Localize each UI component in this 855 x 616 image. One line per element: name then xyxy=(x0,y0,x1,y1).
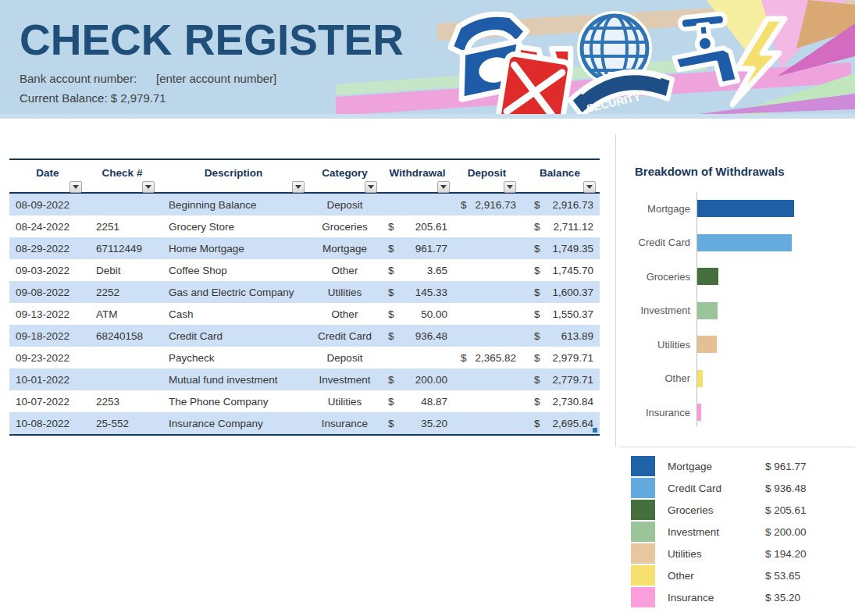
chart-bar-row: Other xyxy=(621,370,855,387)
cell-check[interactable]: ATM xyxy=(86,308,159,320)
cell-balance[interactable]: $ 2,916.73 xyxy=(520,199,600,211)
table-row: 09-08-2022 2252 Gas and Electric Company… xyxy=(9,281,600,303)
cell-date[interactable]: 09-03-2022 xyxy=(9,265,86,276)
cell-balance[interactable]: $ 2,979.71 xyxy=(520,352,600,364)
chart-bar-row: Mortgage xyxy=(621,200,855,217)
cell-withdrawal[interactable]: $ 205.61 xyxy=(381,221,454,233)
chart-category-label: Investment xyxy=(621,304,690,316)
cell-withdrawal[interactable]: $ 961.77 xyxy=(381,243,454,255)
cell-category[interactable]: Utilities xyxy=(308,396,381,408)
cell-category[interactable]: Mortgage xyxy=(308,243,381,255)
cell-balance[interactable]: $ 1,745.70 xyxy=(520,265,600,276)
chart-bar xyxy=(697,404,701,421)
cell-deposit[interactable]: $ 2,365.82 xyxy=(454,352,520,364)
filter-button-balance[interactable] xyxy=(583,181,596,193)
currency-sign: $ xyxy=(534,265,540,276)
filter-button-deposit[interactable] xyxy=(504,181,516,193)
legend-label: Mortgage xyxy=(668,461,765,472)
currency-sign: $ xyxy=(534,308,540,320)
currency-sign: $ xyxy=(534,418,540,429)
cell-description[interactable]: Paycheck xyxy=(159,352,308,364)
cell-category[interactable]: Other xyxy=(308,308,381,320)
check-register-table: Date Check # Description Category Withdr… xyxy=(9,158,600,436)
cell-deposit[interactable]: $ 2,916.73 xyxy=(454,199,520,211)
cell-date[interactable]: 08-09-2022 xyxy=(9,199,86,211)
cell-withdrawal[interactable]: $ 936.48 xyxy=(381,330,454,342)
cell-balance[interactable]: $ 2,779.71 xyxy=(520,374,600,386)
currency-sign: $ xyxy=(388,221,394,233)
column-header-deposit: Deposit xyxy=(454,160,520,192)
cell-description[interactable]: Beginning Balance xyxy=(159,199,308,211)
currency-sign: $ xyxy=(534,330,540,342)
table-resize-handle[interactable] xyxy=(593,428,597,433)
cell-date[interactable]: 10-07-2022 xyxy=(9,396,86,408)
withdrawal-amount: 200.00 xyxy=(415,374,447,386)
withdrawal-amount: 50.00 xyxy=(421,308,447,320)
cell-description[interactable]: Coffee Shop xyxy=(159,265,308,276)
cell-category[interactable]: Deposit xyxy=(308,199,381,211)
chart-bar xyxy=(697,370,703,387)
cell-withdrawal[interactable]: $ 35.20 xyxy=(381,418,454,429)
cell-check[interactable]: 2251 xyxy=(86,221,159,233)
cell-check[interactable]: Debit xyxy=(86,265,159,276)
cell-category[interactable]: Deposit xyxy=(308,352,381,364)
cell-description[interactable]: Home Mortgage xyxy=(159,243,308,255)
cell-balance[interactable]: $ 1,749.35 xyxy=(520,243,600,255)
cell-category[interactable]: Insurance xyxy=(308,418,381,429)
legend-item: Investment $ 200.00 xyxy=(631,521,855,543)
table-row: 08-29-2022 67112449 Home Mortgage Mortga… xyxy=(9,237,600,259)
cell-withdrawal[interactable]: $ 3.65 xyxy=(381,265,454,276)
cell-balance[interactable]: $ 2,695.64 xyxy=(520,418,600,429)
balance-amount: 2,779.71 xyxy=(552,374,593,386)
cell-category[interactable]: Utilities xyxy=(308,287,381,298)
cell-description[interactable]: Grocery Store xyxy=(159,221,308,233)
cell-description[interactable]: Gas and Electric Company xyxy=(159,287,308,298)
cell-check[interactable]: 2252 xyxy=(86,287,159,298)
cell-description[interactable]: Mutual fund investment xyxy=(159,374,308,386)
cell-date[interactable]: 09-23-2022 xyxy=(9,352,86,364)
cell-date[interactable]: 08-24-2022 xyxy=(9,221,86,233)
cell-withdrawal[interactable]: $ 200.00 xyxy=(381,374,454,386)
cell-withdrawal[interactable]: $ 50.00 xyxy=(381,308,454,320)
cell-check[interactable]: 67112449 xyxy=(86,243,159,255)
filter-dropdown-icon xyxy=(440,185,447,189)
filter-button-description[interactable] xyxy=(292,181,305,193)
cell-date[interactable]: 10-08-2022 xyxy=(9,418,86,429)
cell-balance[interactable]: $ 2,730.84 xyxy=(520,396,600,408)
cell-balance[interactable]: $ 1,600.37 xyxy=(520,287,600,298)
cell-date[interactable]: 09-08-2022 xyxy=(9,287,86,298)
account-number-field[interactable]: [enter account number] xyxy=(156,72,276,85)
balance-amount: 1,745.70 xyxy=(552,265,593,276)
cell-description[interactable]: Credit Card xyxy=(159,330,308,342)
table-row: 09-18-2022 68240158 Credit Card Credit C… xyxy=(9,325,600,347)
cell-date[interactable]: 09-18-2022 xyxy=(9,330,86,342)
cell-withdrawal[interactable]: $ 48.87 xyxy=(381,396,454,408)
balance-amount: 2,711.12 xyxy=(553,221,593,233)
cell-date[interactable]: 09-13-2022 xyxy=(9,308,86,320)
filter-button-check[interactable] xyxy=(142,181,155,193)
cell-balance[interactable]: $ 2,711.12 xyxy=(520,221,600,233)
filter-button-withdrawal[interactable] xyxy=(437,181,450,193)
balance-amount: 613.89 xyxy=(561,330,593,342)
currency-sign: $ xyxy=(534,199,540,211)
cell-description[interactable]: Cash xyxy=(159,308,308,320)
table-row: 08-24-2022 2251 Grocery Store Groceries … xyxy=(9,215,600,237)
cell-balance[interactable]: $ 1,550.37 xyxy=(520,308,600,320)
cell-check[interactable]: 25-552 xyxy=(86,418,159,429)
cell-category[interactable]: Other xyxy=(308,265,381,276)
cell-check[interactable]: 2253 xyxy=(86,396,159,408)
filter-button-category[interactable] xyxy=(365,181,377,193)
cell-category[interactable]: Groceries xyxy=(308,221,381,233)
cell-description[interactable]: Insurance Company xyxy=(159,418,308,429)
filter-button-date[interactable] xyxy=(69,181,82,193)
cell-description[interactable]: The Phone Company xyxy=(159,396,308,408)
cell-date[interactable]: 10-01-2022 xyxy=(9,374,86,386)
cell-check[interactable]: 68240158 xyxy=(86,330,159,342)
chart-bar xyxy=(697,234,792,251)
cell-date[interactable]: 08-29-2022 xyxy=(9,243,86,255)
cell-withdrawal[interactable]: $ 145.33 xyxy=(381,287,454,298)
cell-category[interactable]: Credit Card xyxy=(308,330,381,342)
cell-category[interactable]: Investment xyxy=(308,374,381,386)
cell-balance[interactable]: $ 613.89 xyxy=(520,330,600,342)
legend-value: $ 35.20 xyxy=(765,592,800,604)
